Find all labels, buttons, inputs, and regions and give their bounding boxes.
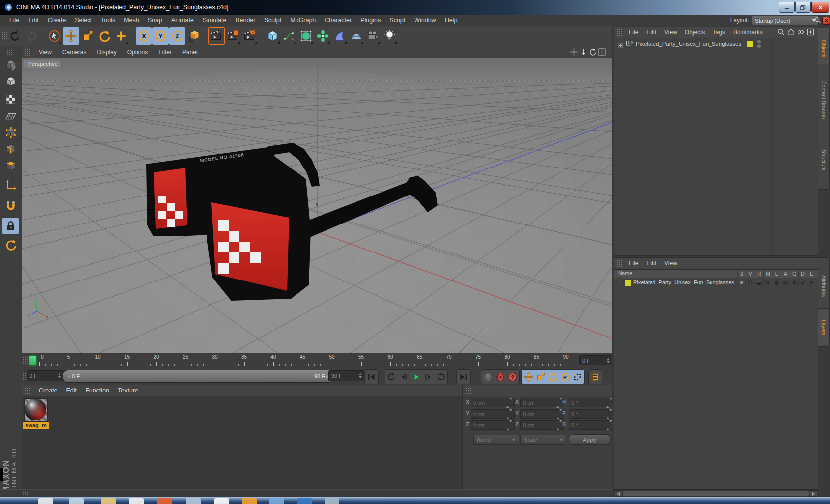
coord-field-h-2[interactable]: 0 °: [569, 398, 615, 407]
next-frame-button[interactable]: [422, 370, 435, 383]
om-menu-file[interactable]: File: [625, 29, 642, 36]
taskbar-app-icon[interactable]: [69, 498, 84, 504]
coord-field-z-1[interactable]: 0 cm: [520, 420, 564, 430]
taskbar-app-icon[interactable]: [297, 498, 312, 504]
eye-icon[interactable]: [797, 28, 805, 36]
taskbar-app-icon[interactable]: [242, 498, 257, 504]
render-picture-viewer-button[interactable]: [225, 27, 241, 45]
lp-menu-file[interactable]: File: [625, 260, 642, 267]
add-cube-button[interactable]: [265, 27, 281, 45]
add-camera-button[interactable]: [365, 27, 381, 45]
play-forwards-button[interactable]: [410, 370, 422, 383]
goto-start-button[interactable]: [365, 370, 378, 383]
current-frame-marker[interactable]: [29, 355, 37, 366]
object-manager-list[interactable]: 10 Pixelated_Party_Unisex_Fun_Sunglasses: [614, 38, 818, 256]
dock-tab-attributes[interactable]: Attributes: [818, 257, 830, 314]
om-menu-view[interactable]: View: [660, 29, 681, 36]
taskbar-app-icon[interactable]: [38, 498, 53, 504]
lock-z-button[interactable]: Z: [169, 27, 185, 45]
layer-color-chip[interactable]: [625, 280, 631, 286]
menu-character[interactable]: Character: [320, 15, 356, 26]
coord-field-x-0[interactable]: 0 cm: [471, 398, 515, 407]
coord-field-y-1[interactable]: 0 cm: [520, 409, 564, 419]
viewport-3d-scene[interactable]: MODEL NO 41988 Y X Z Perspective: [22, 58, 612, 353]
keyframe-parameter-button[interactable]: P: [559, 370, 571, 383]
viewport-menu-view[interactable]: View: [33, 49, 57, 56]
expander-icon[interactable]: [618, 41, 623, 47]
add-light-button[interactable]: [382, 27, 398, 45]
object-name[interactable]: Pixelated_Party_Unisex_Fun_Sunglasses: [636, 41, 741, 47]
viewport-menu-panel[interactable]: Panel: [177, 49, 203, 56]
material-menu-function[interactable]: Function: [81, 385, 114, 396]
undo-button[interactable]: [7, 27, 23, 45]
polygons-mode-button[interactable]: [2, 158, 19, 174]
layer-color-chip[interactable]: [747, 41, 753, 47]
autokeying-button[interactable]: ?: [506, 370, 519, 383]
model-mode-button[interactable]: [2, 74, 19, 89]
scrollbar-thumb[interactable]: [622, 491, 809, 496]
mode-toolbar-grip[interactable]: [7, 49, 13, 56]
menu-help[interactable]: Help: [441, 15, 462, 26]
keyframe-position-button[interactable]: [522, 370, 534, 383]
close-palette-icon[interactable]: ✕: [822, 17, 830, 25]
add-deformer-button[interactable]: [331, 27, 348, 45]
last-tool-button[interactable]: [113, 27, 129, 45]
layer-object-row[interactable]: └ Pixelated_Party_Unisex_Fun_Sunglasses: [614, 279, 818, 287]
play-backwards-button[interactable]: [385, 370, 398, 383]
view-label[interactable]: Perspective: [24, 60, 62, 68]
manager-icon[interactable]: [763, 279, 772, 287]
render-view-button[interactable]: [208, 27, 225, 45]
preview-range-slider[interactable]: 0 F 90 F: [62, 370, 334, 383]
menu-animate[interactable]: Animate: [167, 15, 198, 26]
taskbar-app-icon[interactable]: [325, 498, 339, 504]
end-frame-field[interactable]: 90 F: [328, 370, 365, 381]
lock-small-icon[interactable]: [772, 279, 781, 287]
coordinates-grip[interactable]: [466, 387, 472, 394]
dock-tab-layers[interactable]: Layers: [818, 308, 830, 347]
menu-select[interactable]: Select: [70, 15, 96, 26]
taskbar-app-icon[interactable]: [129, 498, 144, 504]
menu-file[interactable]: File: [5, 15, 24, 26]
keyframe-scale-button[interactable]: [534, 370, 547, 383]
frame-field[interactable]: 0 F: [27, 370, 64, 381]
size-mode-select[interactable]: Scale: [520, 435, 566, 445]
make-editable-button[interactable]: [2, 57, 19, 73]
enable-axis-button[interactable]: [2, 178, 19, 194]
menu-simulate[interactable]: Simulate: [198, 15, 231, 26]
dock-tab-content-browser[interactable]: Content Browser: [818, 64, 830, 137]
add-panel-icon[interactable]: [806, 28, 815, 36]
add-subdivision-button[interactable]: [298, 27, 314, 45]
home-icon[interactable]: [787, 28, 795, 36]
taskbar-app-icon[interactable]: [157, 498, 172, 504]
om-menu-edit[interactable]: Edit: [642, 29, 660, 36]
loop-button[interactable]: [435, 370, 447, 383]
keyframe-rotation-button[interactable]: [547, 370, 559, 383]
material-menu-texture[interactable]: Texture: [114, 385, 143, 396]
menu-tools[interactable]: Tools: [96, 15, 119, 26]
menu-mesh[interactable]: Mesh: [119, 15, 144, 26]
viewport-grip[interactable]: [24, 48, 30, 56]
menu-window[interactable]: Window: [410, 15, 440, 26]
generators-icon[interactable]: [790, 279, 799, 287]
snapping-button[interactable]: [2, 237, 19, 252]
rotate-button[interactable]: [96, 27, 113, 45]
coord-field-x-1[interactable]: 0 cm: [520, 398, 564, 407]
visibility-dots[interactable]: [757, 40, 761, 48]
menu-render[interactable]: Render: [231, 15, 260, 26]
live-selection-button[interactable]: [46, 27, 62, 45]
coord-field-p-2[interactable]: 0 °: [569, 409, 615, 419]
lock-y-button[interactable]: Y: [152, 27, 169, 45]
search-icon[interactable]: [777, 28, 785, 36]
om-menu-bookmarks[interactable]: Bookmarks: [729, 29, 767, 36]
deformers-icon[interactable]: [798, 279, 807, 287]
status-grip[interactable]: [23, 491, 29, 496]
viewport-menu-options[interactable]: Options: [122, 49, 153, 56]
viewport-menu-filter[interactable]: Filter: [153, 49, 177, 56]
menu-create[interactable]: Create: [43, 15, 71, 26]
om-menu-objects[interactable]: Objects: [681, 29, 709, 36]
material-thumbnail[interactable]: [24, 398, 48, 422]
menu-edit[interactable]: Edit: [24, 15, 43, 26]
keyframe-points-button[interactable]: [571, 370, 584, 383]
redo-button[interactable]: [24, 27, 40, 45]
add-mograph-button[interactable]: [315, 27, 331, 45]
